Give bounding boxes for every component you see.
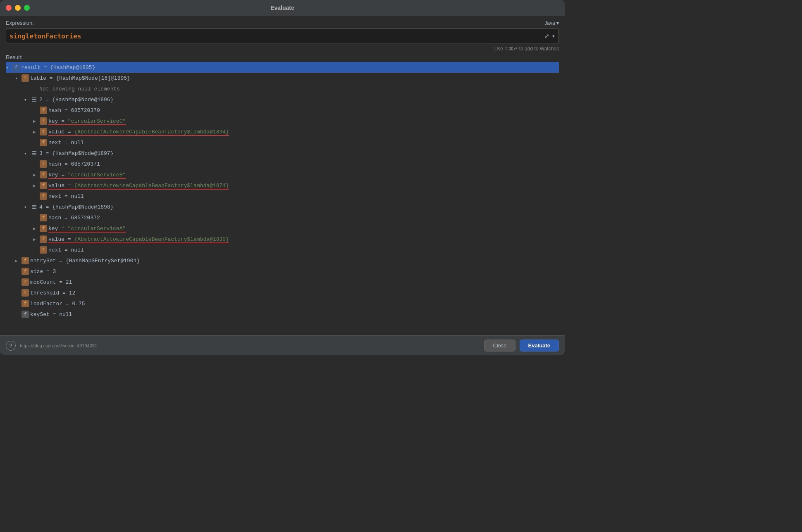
minimize-window-button[interactable] xyxy=(15,5,21,11)
expression-input-row[interactable]: ⤢ ▾ xyxy=(6,28,559,43)
tree-item-text: threshold = 12 xyxy=(30,290,75,296)
expand-arrow[interactable]: ▶ xyxy=(33,129,40,135)
tree-item-key: value = xyxy=(48,183,74,190)
field-icon-orange: f xyxy=(40,160,47,168)
watches-hint: Use ⇧⌘↵ to add to Watches xyxy=(6,46,559,52)
tree-item-text: hash = 685720372 xyxy=(48,215,100,221)
maximize-window-button[interactable] xyxy=(24,5,30,11)
tree-container[interactable]: ▾fresult = {HashMap@1805}▾ftable = {Hash… xyxy=(6,62,559,335)
field-icon-orange: f xyxy=(21,300,29,307)
tree-item-value: {AbstractAutowireCapableBeanFactory$lamb… xyxy=(74,183,229,190)
tree-row[interactable]: fhash = 685720370 xyxy=(6,105,559,116)
tree-item-text: hash = 685720371 xyxy=(48,161,100,167)
expand-arrow[interactable]: ▶ xyxy=(33,172,40,178)
tree-item-value: "circularServiceB" xyxy=(68,172,126,179)
result-label: Result: xyxy=(6,54,559,60)
tree-row[interactable]: ▾ftable = {HashMap$Node[16]@1895} xyxy=(6,73,559,83)
tree-row[interactable]: fthreshold = 12 xyxy=(6,287,559,298)
tree-row[interactable]: ▾4 = {HashMap$Node@1898} xyxy=(6,202,559,212)
tree-item-value: {AbstractAutowireCapableBeanFactory$lamb… xyxy=(74,236,229,243)
tree-item-key: key = xyxy=(48,172,68,179)
title-bar: Evaluate xyxy=(0,0,565,16)
field-icon-orange: f xyxy=(21,74,29,82)
tree-item-text: modCount = 21 xyxy=(30,279,72,285)
field-icon-orange: f xyxy=(21,257,29,264)
no-icon xyxy=(31,85,38,93)
language-selector[interactable]: Java ▾ xyxy=(544,20,559,26)
tree-item-text: size = 3 xyxy=(30,268,56,275)
tree-row[interactable]: ▶fvalue = {AbstractAutowireCapableBeanFa… xyxy=(6,234,559,245)
tree-row[interactable]: floadFactor = 0.75 xyxy=(6,298,559,309)
tree-item-text: Not showing null elements xyxy=(39,86,120,92)
tree-item-text: entrySet = {HashMap$EntrySet@1901} xyxy=(30,258,140,264)
field-icon-orange: f xyxy=(40,117,47,125)
dropdown-icon[interactable]: ▾ xyxy=(552,33,555,40)
tree-item-text: value = {AbstractAutowireCapableBeanFact… xyxy=(48,236,229,242)
tree-row[interactable]: fmodCount = 21 xyxy=(6,277,559,287)
tree-row[interactable]: ▾fresult = {HashMap@1805} xyxy=(6,62,559,73)
expand-arrow[interactable]: ▶ xyxy=(33,183,40,188)
expression-input[interactable] xyxy=(10,32,544,40)
field-icon-orange: f xyxy=(21,278,29,286)
footer-right: Close Evaluate xyxy=(484,340,559,352)
field-icon-orange: f xyxy=(40,246,47,254)
window-controls[interactable] xyxy=(6,5,30,11)
expand-arrow[interactable]: ▶ xyxy=(33,237,40,242)
field-icon-orange: f xyxy=(21,289,29,297)
tree-row[interactable]: ▶fvalue = {AbstractAutowireCapableBeanFa… xyxy=(6,180,559,191)
tree-row[interactable]: fkeySet = null xyxy=(6,309,559,320)
expand-icon[interactable]: ⤢ xyxy=(544,33,549,40)
tree-item-value: "circularServiceC" xyxy=(68,118,126,125)
list-icon xyxy=(31,150,38,157)
close-button[interactable]: Close xyxy=(484,340,515,352)
tree-item-text: value = {AbstractAutowireCapableBeanFact… xyxy=(48,183,229,189)
evaluate-button[interactable]: Evaluate xyxy=(520,340,559,352)
help-button[interactable]: ? xyxy=(6,341,16,351)
tree-item-key: key = xyxy=(48,226,68,233)
tree-item-text: value = {AbstractAutowireCapableBeanFact… xyxy=(48,129,229,135)
tree-row[interactable]: ▶fkey = "circularServiceB" xyxy=(6,169,559,180)
tree-item-text: key = "circularServiceB" xyxy=(48,172,126,178)
field-icon-orange: f xyxy=(40,171,47,178)
tree-row[interactable]: fnext = null xyxy=(6,191,559,202)
tree-row[interactable]: ▶fkey = "circularServiceC" xyxy=(6,116,559,126)
tree-item-value: {AbstractAutowireCapableBeanFactory$lamb… xyxy=(74,129,229,136)
tree-item-value: "circularServiceA" xyxy=(68,226,126,233)
list-icon xyxy=(31,96,38,103)
list-icon xyxy=(31,203,38,211)
tree-row[interactable]: ▶fentrySet = {HashMap$EntrySet@1901} xyxy=(6,255,559,266)
expand-arrow[interactable]: ▾ xyxy=(24,204,31,210)
expand-arrow[interactable]: ▶ xyxy=(15,258,21,264)
tree-row[interactable]: ▶fvalue = {AbstractAutowireCapableBeanFa… xyxy=(6,126,559,137)
tree-item-key: value = xyxy=(48,129,74,136)
tree-row[interactable]: fnext = null xyxy=(6,137,559,148)
tree-row[interactable]: fhash = 685720371 xyxy=(6,159,559,169)
close-window-button[interactable] xyxy=(6,5,12,11)
expression-label: Expression: xyxy=(6,20,34,26)
field-icon-orange: f xyxy=(40,128,47,135)
expand-arrow[interactable]: ▾ xyxy=(6,65,12,70)
field-icon-gray: f xyxy=(21,311,29,318)
field-icon-orange: f xyxy=(40,214,47,221)
footer: ? https://blog.csdn.net/weixin_49794051 … xyxy=(0,335,565,355)
tree-row[interactable]: fsize = 3 xyxy=(6,266,559,277)
tree-item-text: loadFactor = 0.75 xyxy=(30,301,85,307)
field-icon-orange: f xyxy=(40,235,47,243)
expand-arrow[interactable]: ▶ xyxy=(33,119,40,124)
window-title: Evaluate xyxy=(270,5,294,11)
field-icon-orange: f xyxy=(40,225,47,232)
expand-arrow[interactable]: ▾ xyxy=(24,151,31,156)
tree-row[interactable]: ▾3 = {HashMap$Node@1897} xyxy=(6,148,559,159)
tree-row[interactable]: ▶fkey = "circularServiceA" xyxy=(6,223,559,234)
expand-arrow[interactable]: ▾ xyxy=(15,76,21,81)
expand-arrow[interactable]: ▶ xyxy=(33,226,40,231)
tree-row[interactable]: fnext = null xyxy=(6,245,559,255)
tree-row[interactable]: Not showing null elements xyxy=(6,83,559,94)
tree-row[interactable]: fhash = 685720372 xyxy=(6,212,559,223)
tree-row[interactable]: ▾2 = {HashMap$Node@1896} xyxy=(6,94,559,105)
tree-item-text: 2 = {HashMap$Node@1896} xyxy=(39,97,113,103)
tree-item-key: value = xyxy=(48,236,74,243)
expand-arrow[interactable]: ▾ xyxy=(24,97,31,102)
field-icon-orange: f xyxy=(40,192,47,200)
field-icon-orange: f xyxy=(40,107,47,114)
